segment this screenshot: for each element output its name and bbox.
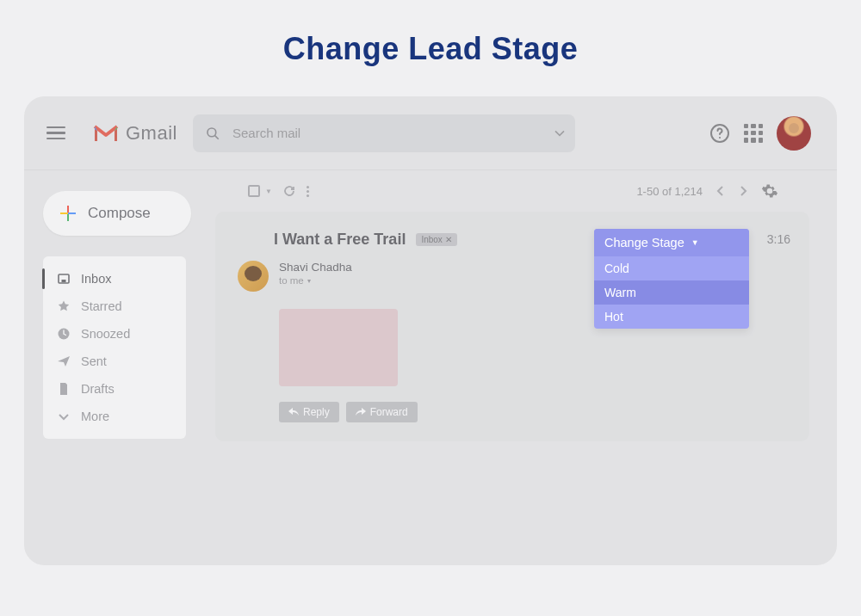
folder-inbox[interactable]: Inbox bbox=[43, 265, 186, 293]
search-dropdown-icon[interactable] bbox=[554, 130, 565, 137]
toolbar: ▼ 1-50 of 1,214 bbox=[224, 170, 808, 212]
app-window: Gmail bbox=[24, 96, 837, 565]
reply-button[interactable]: Reply bbox=[279, 402, 339, 422]
change-stage-dropdown: Change Stage ▼ Cold Warm Hot bbox=[594, 229, 749, 329]
star-icon bbox=[57, 299, 71, 313]
folder-label: Drafts bbox=[81, 382, 115, 396]
compose-label: Compose bbox=[88, 205, 151, 222]
chevron-down-icon bbox=[57, 410, 71, 423]
message-time: 3:16 bbox=[767, 232, 790, 246]
folder-label: Snoozed bbox=[81, 327, 130, 341]
header-bar: Gmail bbox=[24, 96, 837, 170]
apps-icon[interactable] bbox=[744, 124, 763, 143]
pagination-text: 1-50 of 1,214 bbox=[636, 185, 703, 198]
plus-icon bbox=[60, 206, 76, 221]
file-icon bbox=[57, 382, 71, 396]
folder-drafts[interactable]: Drafts bbox=[43, 375, 186, 403]
gmail-m-icon bbox=[93, 124, 119, 143]
more-icon[interactable] bbox=[307, 186, 309, 197]
caret-down-icon: ▼ bbox=[691, 238, 699, 247]
main-content: ▼ 1-50 of 1,214 bbox=[224, 170, 837, 565]
settings-icon[interactable] bbox=[761, 182, 778, 200]
inbox-icon bbox=[57, 272, 71, 286]
help-icon[interactable] bbox=[709, 123, 730, 144]
to-me-text: to me bbox=[279, 275, 304, 286]
to-me-label[interactable]: to me ▾ bbox=[279, 275, 311, 286]
folder-label: Inbox bbox=[81, 272, 111, 286]
sent-icon bbox=[57, 354, 71, 368]
close-icon[interactable]: ✕ bbox=[445, 235, 452, 244]
folder-label: Sent bbox=[81, 354, 107, 368]
menu-icon[interactable] bbox=[46, 114, 84, 152]
change-stage-label: Change Stage bbox=[604, 236, 684, 249]
svg-point-3 bbox=[719, 136, 721, 138]
svg-rect-5 bbox=[62, 280, 66, 282]
folder-label: More bbox=[81, 410, 109, 423]
folder-list: Inbox Starred Snoozed bbox=[43, 256, 186, 439]
sidebar: Compose Inbox Starred bbox=[24, 170, 224, 565]
chevron-down-icon: ▾ bbox=[307, 277, 311, 285]
svg-line-1 bbox=[215, 135, 219, 139]
refresh-icon[interactable] bbox=[282, 184, 296, 198]
reply-label: Reply bbox=[303, 406, 330, 418]
message-card: 3:16 I Want a Free Trail Inbox ✕ Shavi C… bbox=[215, 212, 809, 441]
compose-button[interactable]: Compose bbox=[43, 191, 191, 236]
next-page-icon[interactable] bbox=[739, 185, 747, 197]
select-all-checkbox[interactable] bbox=[248, 185, 260, 197]
forward-arrow-icon bbox=[356, 408, 366, 416]
prev-page-icon[interactable] bbox=[716, 185, 725, 197]
folder-sent[interactable]: Sent bbox=[43, 348, 186, 375]
reply-arrow-icon bbox=[288, 408, 299, 416]
folder-snoozed[interactable]: Snoozed bbox=[43, 320, 186, 348]
clock-icon bbox=[57, 327, 71, 341]
attachment-thumbnail[interactable] bbox=[279, 309, 398, 386]
stage-option-warm[interactable]: Warm bbox=[594, 280, 749, 305]
forward-label: Forward bbox=[370, 406, 408, 418]
page-title: Change Lead Stage bbox=[0, 0, 861, 96]
search-input[interactable] bbox=[232, 126, 563, 140]
forward-button[interactable]: Forward bbox=[346, 402, 418, 422]
search-icon bbox=[205, 126, 220, 141]
search-bar[interactable] bbox=[193, 114, 575, 152]
folder-label: Starred bbox=[81, 299, 122, 313]
svg-point-0 bbox=[208, 128, 216, 137]
select-caret-icon[interactable]: ▼ bbox=[265, 188, 272, 195]
change-stage-button[interactable]: Change Stage ▼ bbox=[594, 229, 749, 256]
gmail-logo[interactable]: Gmail bbox=[93, 122, 177, 145]
folder-more[interactable]: More bbox=[43, 403, 186, 430]
message-subject: I Want a Free Trail bbox=[274, 231, 406, 249]
pill-text: Inbox bbox=[421, 235, 442, 244]
sender-name: Shavi Chadha bbox=[279, 261, 352, 274]
stage-option-hot[interactable]: Hot bbox=[594, 305, 749, 329]
folder-starred[interactable]: Starred bbox=[43, 293, 186, 320]
gmail-logo-text: Gmail bbox=[126, 122, 177, 145]
inbox-label-pill[interactable]: Inbox ✕ bbox=[416, 233, 456, 246]
stage-option-cold[interactable]: Cold bbox=[594, 256, 749, 280]
sender-avatar[interactable] bbox=[238, 261, 269, 292]
account-avatar[interactable] bbox=[777, 116, 811, 151]
